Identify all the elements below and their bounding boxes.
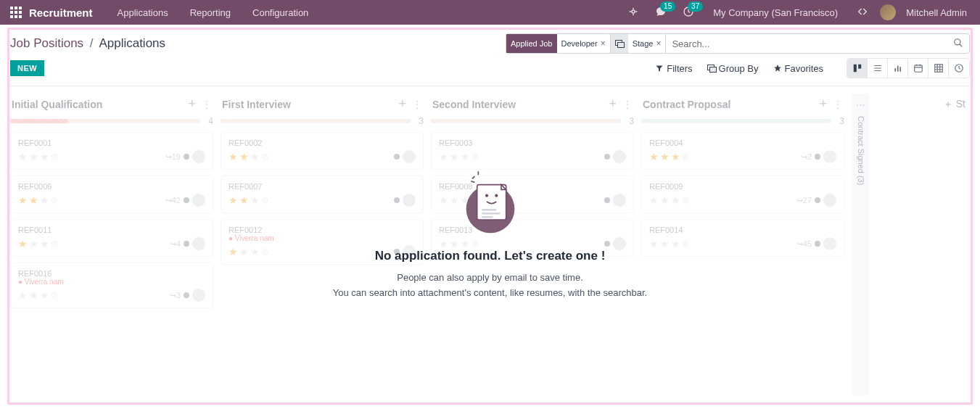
pivot-view-icon[interactable]	[928, 59, 949, 78]
user-name[interactable]: Mitchell Admin	[903, 7, 970, 18]
favorites-button[interactable]: Favorites	[773, 63, 823, 74]
column-title[interactable]: Contract Proposal	[643, 99, 730, 110]
card-avatar[interactable]	[192, 237, 205, 250]
kanban-column: Initial Qualification + ⋮ 4 REF0001 ★★★ …	[10, 94, 213, 395]
chat-icon[interactable]: 15	[651, 6, 671, 20]
activity-icon[interactable]: 37	[678, 6, 699, 20]
menu-reporting[interactable]: Reporting	[183, 7, 238, 18]
card-stars[interactable]: ★★★ ⊘	[228, 194, 268, 206]
facet-remove-icon[interactable]: ×	[656, 38, 661, 49]
column-progress[interactable]	[431, 119, 621, 123]
column-progress[interactable]	[10, 119, 200, 123]
kanban-card[interactable]: REF0006 ★★★ ⊘ ↪42	[10, 176, 213, 213]
breadcrumb-root[interactable]: Job Positions	[10, 36, 83, 50]
column-progress[interactable]	[641, 119, 831, 123]
folded-column[interactable]: ⋯ Contract Signed (3)	[852, 94, 870, 395]
kanban-view-icon[interactable]	[847, 59, 868, 78]
debug-icon[interactable]	[852, 6, 873, 20]
card-meta: ↪42	[165, 194, 205, 207]
chat-badge: 15	[660, 1, 675, 12]
graph-view-icon[interactable]	[888, 59, 908, 78]
svg-rect-4	[858, 65, 861, 69]
card-avatar[interactable]	[823, 150, 836, 163]
status-dot-icon	[184, 241, 189, 247]
card-stars[interactable]: ★★★ ⊘	[228, 151, 268, 162]
kanban-card[interactable]: REF0002 ★★★ ⊘	[221, 132, 424, 170]
status-dot-icon	[184, 197, 189, 203]
card-avatar[interactable]	[823, 194, 836, 207]
new-button[interactable]: NEW	[10, 60, 44, 76]
svg-rect-8	[914, 65, 922, 72]
kanban-card[interactable]: REF0003 ★★★ ⊘	[431, 132, 634, 170]
trial-icon[interactable]	[623, 6, 643, 20]
svg-point-14	[495, 194, 498, 197]
empty-illustration-icon	[454, 167, 527, 239]
card-meta: ↪27	[796, 194, 836, 207]
card-stars[interactable]: ★★★ ⊘	[439, 151, 479, 162]
card-avatar[interactable]	[403, 150, 416, 163]
kanban-card[interactable]: REF0016 ● Viverra nam ★★★ ⊘ ↪3	[10, 263, 213, 308]
column-add-icon[interactable]: +	[819, 96, 827, 112]
user-avatar[interactable]	[880, 4, 896, 20]
card-meta	[394, 150, 416, 163]
menu-configuration[interactable]: Configuration	[245, 7, 316, 18]
column-add-icon[interactable]: +	[609, 96, 617, 112]
company-selector[interactable]: My Company (San Francisco)	[706, 7, 845, 18]
top-navbar: Recruitment Applications Reporting Confi…	[0, 0, 980, 25]
add-column[interactable]: ＋ St	[877, 94, 970, 395]
card-avatar[interactable]	[192, 289, 205, 302]
column-add-icon[interactable]: +	[188, 96, 196, 112]
list-view-icon[interactable]	[868, 59, 888, 78]
facet-stage: Stage ×	[611, 34, 667, 53]
more-icon: ⋯	[856, 99, 865, 110]
column-title[interactable]: First Interview	[222, 99, 291, 110]
folded-label: Contract Signed (3)	[857, 116, 865, 185]
column-count: 3	[415, 116, 424, 126]
svg-rect-17	[482, 216, 493, 218]
status-dot-icon	[815, 241, 820, 247]
card-stars[interactable]: ★★★ ⊘	[18, 289, 58, 301]
column-settings-icon[interactable]: ⋮	[833, 99, 843, 110]
card-avatar[interactable]	[823, 237, 836, 250]
card-meta: ↪4	[170, 237, 205, 250]
empty-text-1: People can also apply by email to save t…	[273, 271, 708, 286]
svg-rect-7	[899, 67, 901, 71]
app-title[interactable]: Recruitment	[29, 7, 93, 19]
search-input[interactable]	[666, 38, 947, 49]
kanban-card[interactable]: REF0004 ★★★ ⊘ ↪2	[641, 132, 844, 170]
filters-button[interactable]: Filters	[655, 63, 692, 74]
svg-point-13	[485, 194, 487, 197]
column-settings-icon[interactable]: ⋮	[622, 99, 633, 110]
card-stars[interactable]: ★★★ ⊘	[18, 194, 58, 206]
column-title[interactable]: Initial Qualification	[12, 99, 102, 110]
column-add-icon[interactable]: +	[398, 96, 406, 112]
apps-icon[interactable]	[10, 7, 22, 18]
search-icon[interactable]	[947, 38, 969, 50]
kanban-card[interactable]: REF0011 ★★★ ⊘ ↪4	[10, 219, 213, 257]
activity-badge: 37	[688, 1, 703, 12]
column-progress[interactable]	[221, 119, 411, 123]
card-stars[interactable]: ★★★ ⊘	[649, 151, 689, 162]
card-avatar[interactable]	[613, 150, 626, 163]
card-stars[interactable]: ★★★ ⊘	[18, 238, 58, 250]
status-dot-icon	[815, 154, 820, 160]
card-meta	[604, 150, 626, 163]
empty-title: No application found. Let's create one !	[273, 249, 708, 263]
column-settings-icon[interactable]: ⋮	[202, 99, 212, 110]
menu-applications[interactable]: Applications	[110, 7, 176, 18]
column-title[interactable]: Second Interview	[432, 99, 516, 110]
column-settings-icon[interactable]: ⋮	[412, 99, 422, 110]
activity-view-icon[interactable]	[949, 59, 969, 78]
card-ref: REF0001	[18, 139, 205, 147]
calendar-view-icon[interactable]	[908, 59, 928, 78]
status-dot-icon	[184, 292, 189, 298]
card-avatar[interactable]	[192, 194, 205, 207]
card-avatar[interactable]	[192, 150, 205, 163]
svg-rect-3	[853, 65, 856, 73]
groupby-button[interactable]: Group By	[707, 63, 759, 74]
kanban-card[interactable]: REF0001 ★★★ ⊘ ↪19	[10, 132, 213, 170]
column-count: 3	[836, 116, 844, 126]
facet-remove-icon[interactable]: ×	[601, 38, 606, 49]
card-stars[interactable]: ★★★ ⊘	[228, 246, 268, 258]
card-stars[interactable]: ★★★ ⊘	[18, 151, 58, 162]
